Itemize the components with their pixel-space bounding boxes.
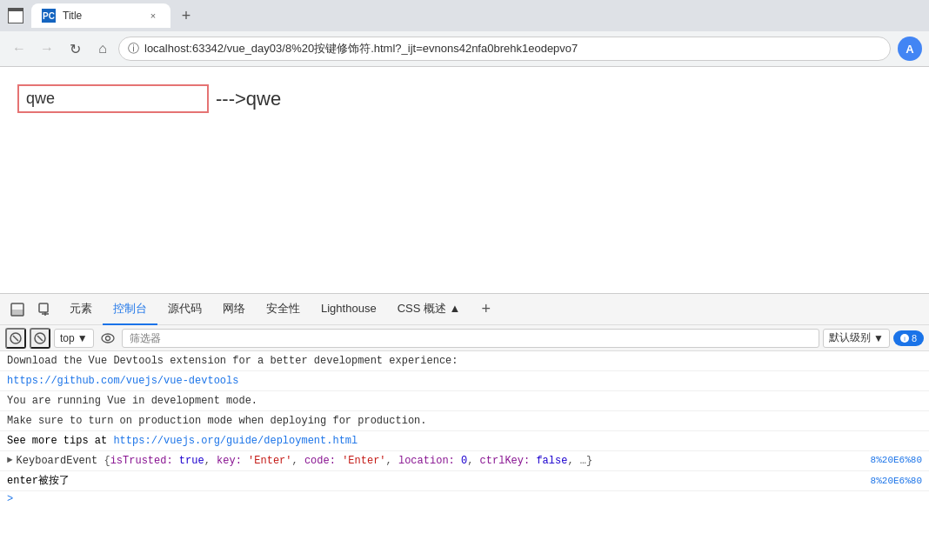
svg-line-9 xyxy=(13,336,18,341)
active-tab[interactable]: PC Title × xyxy=(31,3,170,28)
devtools-tab-bar: 元素 控制台 源代码 网络 安全性 Lighthouse CSS 概述 ▲ + xyxy=(0,294,929,325)
tab-favicon: PC xyxy=(42,9,56,23)
console-line-link: See more tips at https://vuejs.org/guide… xyxy=(0,431,929,451)
console-clear-button[interactable] xyxy=(5,328,26,349)
address-text: localhost:63342/vue_day03/8%20按键修饰符.html… xyxy=(144,41,881,57)
eager-eval-button[interactable] xyxy=(97,328,118,349)
context-selector[interactable]: top ▼ xyxy=(54,329,94,348)
devtools-panel: 元素 控制台 源代码 网络 安全性 Lighthouse CSS 概述 ▲ + xyxy=(0,293,929,552)
console-source-2[interactable]: 8%20E6%80 xyxy=(871,474,922,489)
console-toolbar: top ▼ 默认级别 ▼ i 8 xyxy=(0,325,929,351)
devtools-more-tabs-button[interactable]: + xyxy=(474,294,498,325)
svg-line-11 xyxy=(37,336,43,341)
console-source[interactable]: 8%20E6%80 xyxy=(871,453,922,468)
devtools-tab-network[interactable]: 网络 xyxy=(212,294,256,325)
refresh-button[interactable]: ↻ xyxy=(63,37,87,61)
console-line-object: ► KeyboardEvent {isTrusted: true, key: '… xyxy=(0,451,929,471)
tab-title: Title xyxy=(63,10,82,22)
info-icon: ⓘ xyxy=(128,41,139,57)
back-button[interactable]: ← xyxy=(7,37,31,61)
devtools-tab-lighthouse[interactable]: Lighthouse xyxy=(311,294,387,325)
svg-rect-2 xyxy=(9,9,23,11)
svg-point-12 xyxy=(102,334,114,343)
devtools-dock-icon[interactable] xyxy=(3,296,31,323)
tab-bar: PC Title × + xyxy=(0,0,929,31)
console-line-link: https://github.com/vuejs/vue-devtools xyxy=(0,371,929,391)
prompt-chevron: > xyxy=(7,493,13,505)
page-main: --->qwe xyxy=(17,84,912,113)
console-line: Download the Vue Devtools extension for … xyxy=(0,351,929,371)
svg-point-13 xyxy=(105,336,110,340)
devtools-tab-sources[interactable]: 源代码 xyxy=(157,294,212,325)
address-bar[interactable]: ⓘ localhost:63342/vue_day03/8%20按键修饰符.ht… xyxy=(118,37,891,61)
browser-icon xyxy=(7,7,24,24)
text-input[interactable] xyxy=(17,84,209,113)
devtools-tab-css[interactable]: CSS 概述 ▲ xyxy=(387,294,471,325)
filter-input[interactable] xyxy=(122,329,819,348)
new-tab-button[interactable]: + xyxy=(174,3,198,28)
forward-button[interactable]: → xyxy=(35,37,59,61)
arrow-output: --->qwe xyxy=(216,88,281,110)
level-selector[interactable]: 默认级别 ▼ xyxy=(823,329,890,348)
tab-close-button[interactable]: × xyxy=(146,9,160,23)
error-count-badge[interactable]: i 8 xyxy=(893,330,924,346)
console-output: Download the Vue Devtools extension for … xyxy=(0,351,929,553)
devtools-select-icon[interactable] xyxy=(31,296,59,323)
console-line: You are running Vue in development mode. xyxy=(0,391,929,411)
devtools-tab-console[interactable]: 控制台 xyxy=(103,294,157,325)
deployment-link[interactable]: https://vuejs.org/guide/deployment.html xyxy=(113,435,358,447)
console-filter-button[interactable] xyxy=(30,328,50,349)
console-line: Make sure to turn on production mode whe… xyxy=(0,411,929,431)
nav-bar: ← → ↻ ⌂ ⓘ localhost:63342/vue_day03/8%20… xyxy=(0,31,929,66)
expand-icon[interactable]: ► xyxy=(7,453,13,468)
vue-devtools-link[interactable]: https://github.com/vuejs/vue-devtools xyxy=(7,375,238,387)
console-line-text: enter被按了 8%20E6%80 xyxy=(0,471,929,491)
devtools-tab-elements[interactable]: 元素 xyxy=(59,294,103,325)
profile-icon[interactable]: A xyxy=(898,37,922,61)
page-content: --->qwe xyxy=(0,67,929,293)
svg-rect-4 xyxy=(11,310,23,316)
devtools-tab-security[interactable]: 安全性 xyxy=(256,294,311,325)
console-prompt: > xyxy=(0,491,929,507)
svg-rect-5 xyxy=(39,303,48,312)
home-button[interactable]: ⌂ xyxy=(90,37,115,61)
